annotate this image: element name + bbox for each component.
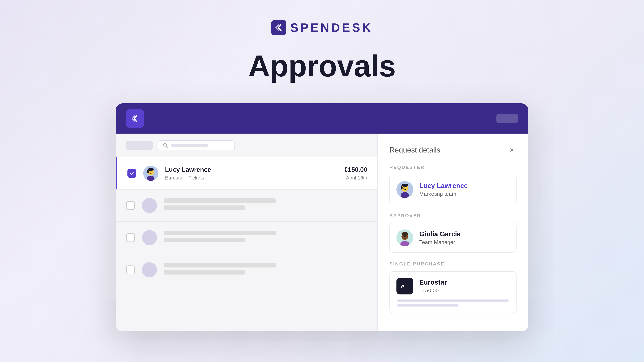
item-info-placeholder bbox=[164, 198, 367, 213]
list-items: Lucy Lawrence Eurostar - Tickets €150.00… bbox=[116, 157, 377, 286]
list-item[interactable] bbox=[116, 254, 377, 286]
search-box[interactable] bbox=[158, 140, 235, 150]
approver-role: Team Manager bbox=[419, 239, 510, 245]
avatar-placeholder bbox=[142, 262, 157, 277]
item-name: Lucy Lawrence bbox=[165, 166, 338, 173]
page-title: Approvals bbox=[248, 49, 396, 83]
amount-date: April 16th bbox=[344, 175, 367, 181]
app-logo-icon bbox=[130, 113, 140, 124]
item-sub: Eurostar - Tickets bbox=[165, 175, 338, 181]
top-logo-area: SPENDESK bbox=[271, 20, 373, 35]
spendesk-icon bbox=[271, 20, 286, 35]
list-item[interactable]: Lucy Lawrence Eurostar - Tickets €150.00… bbox=[116, 157, 377, 190]
placeholder-line bbox=[164, 231, 276, 235]
requester-info: Lucy Lawrence Marketing team bbox=[419, 182, 510, 197]
avatar-placeholder bbox=[142, 230, 157, 245]
approver-section-label: APPROVER bbox=[390, 213, 516, 218]
checkbox-unchecked-box bbox=[126, 233, 135, 242]
svg-point-14 bbox=[401, 186, 403, 190]
app-content: Lucy Lawrence Eurostar - Tickets €150.00… bbox=[116, 134, 528, 331]
purchase-bar-full bbox=[397, 300, 509, 302]
list-panel: Lucy Lawrence Eurostar - Tickets €150.00… bbox=[116, 134, 377, 331]
detail-title: Request details bbox=[390, 146, 440, 154]
search-bar-area bbox=[116, 134, 377, 157]
filter-pill[interactable] bbox=[126, 141, 152, 150]
requester-name: Lucy Lawrence bbox=[419, 182, 510, 190]
svg-point-11 bbox=[401, 192, 409, 198]
svg-point-20 bbox=[402, 232, 408, 236]
svg-point-9 bbox=[152, 172, 152, 172]
item-info-placeholder bbox=[164, 231, 367, 245]
placeholder-line bbox=[164, 270, 245, 275]
item-info-placeholder bbox=[164, 263, 367, 277]
placeholder-line bbox=[164, 263, 276, 268]
checkbox-unchecked[interactable] bbox=[126, 233, 135, 242]
placeholder-line bbox=[164, 198, 276, 203]
item-amount: €150.00 April 16th bbox=[344, 166, 367, 181]
app-window: Lucy Lawrence Eurostar - Tickets €150.00… bbox=[116, 103, 528, 331]
header-right-area bbox=[496, 114, 518, 123]
svg-point-13 bbox=[402, 184, 408, 187]
detail-header: Request details × bbox=[390, 145, 516, 155]
close-button[interactable]: × bbox=[507, 145, 516, 155]
svg-point-6 bbox=[148, 168, 154, 171]
approver-avatar bbox=[396, 229, 413, 246]
list-item[interactable] bbox=[116, 190, 377, 222]
detail-panel: Request details × REQUESTER bbox=[377, 134, 528, 331]
requester-section-label: REQUESTER bbox=[390, 165, 516, 170]
checkbox-unchecked-box bbox=[126, 266, 135, 274]
search-placeholder bbox=[171, 144, 208, 147]
lucy-avatar bbox=[143, 166, 158, 181]
checkmark-icon bbox=[129, 171, 134, 176]
approver-name: Giulia Garcia bbox=[419, 230, 510, 238]
lucy-avatar-svg bbox=[143, 166, 158, 181]
checkbox-unchecked-box bbox=[126, 201, 135, 210]
requester-card: Lucy Lawrence Marketing team bbox=[390, 175, 516, 204]
purchase-card-top: e Eurostar €150.00 bbox=[396, 278, 510, 295]
placeholder-line bbox=[164, 238, 245, 242]
placeholder-line bbox=[164, 205, 245, 210]
requester-avatar bbox=[396, 181, 413, 198]
svg-text:e: e bbox=[401, 282, 404, 290]
purchase-logo: e bbox=[396, 278, 413, 295]
lucy-detail-avatar-svg bbox=[396, 181, 413, 198]
approver-info: Giulia Garcia Team Manager bbox=[419, 230, 510, 245]
svg-point-4 bbox=[147, 176, 154, 181]
app-header bbox=[116, 103, 528, 134]
amount-value: €150.00 bbox=[344, 166, 367, 173]
avatar-placeholder bbox=[142, 198, 157, 213]
approver-card: Giulia Garcia Team Manager bbox=[390, 223, 516, 253]
checkbox-unchecked[interactable] bbox=[126, 201, 135, 210]
purchase-info: Eurostar €150.00 bbox=[419, 279, 510, 294]
app-logo-badge[interactable] bbox=[126, 109, 144, 128]
item-info: Lucy Lawrence Eurostar - Tickets bbox=[165, 166, 338, 181]
svg-point-7 bbox=[147, 170, 149, 173]
giulia-avatar-svg bbox=[396, 229, 413, 246]
svg-point-16 bbox=[406, 188, 406, 189]
list-item[interactable] bbox=[116, 222, 377, 254]
eurostar-logo-icon: e bbox=[400, 281, 410, 291]
purchase-bar-area bbox=[396, 300, 510, 307]
close-icon: × bbox=[510, 146, 514, 154]
search-icon bbox=[163, 142, 168, 148]
purchase-card: e Eurostar €150.00 bbox=[390, 271, 516, 313]
checkbox-unchecked[interactable] bbox=[126, 265, 135, 275]
logo-text: SPENDESK bbox=[290, 21, 373, 34]
purchase-amount: €150.00 bbox=[419, 287, 510, 294]
svg-point-8 bbox=[150, 172, 150, 172]
purchase-name: Eurostar bbox=[419, 279, 510, 286]
checkbox-checked-icon bbox=[128, 169, 136, 178]
svg-line-2 bbox=[166, 146, 168, 147]
purchase-bar-partial bbox=[397, 304, 458, 307]
purchase-section-label: SINGLE PURCHASE bbox=[390, 261, 516, 267]
requester-team: Marketing team bbox=[419, 191, 510, 197]
checkbox-selected[interactable] bbox=[127, 169, 136, 178]
svg-point-15 bbox=[403, 188, 404, 189]
